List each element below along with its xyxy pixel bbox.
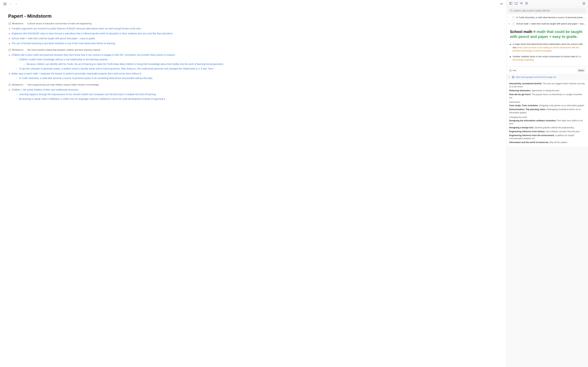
breadcrumb-arrow-2: → [24, 49, 26, 51]
top-bar: ← → ••• [0, 0, 506, 8]
web-line: Demonstration: Trip planning redux. Rede… [509, 108, 585, 114]
doc-icon: 📄 [512, 16, 515, 19]
nav-buttons: ← → [3, 2, 18, 6]
search-input[interactable] [514, 9, 584, 12]
doc-icon: 📄 [512, 22, 515, 25]
nested-list-4: Learning happens through the improvement… [12, 93, 498, 101]
smiley-button[interactable] [582, 1, 586, 5]
bullet-highlight-1: what could be done in the setting of sch… [513, 46, 579, 52]
web-line: Reducing interaction. Approaches to easi… [509, 89, 585, 92]
svg-rect-5 [515, 2, 518, 4]
list-item: School math = math that could be taught … [8, 37, 498, 40]
breadcrumb-icon-2: 📋 [8, 49, 11, 51]
right-panel: › 📄 In Turtle Geometry, a math idea beco… [506, 0, 588, 367]
back-icon: ← [9, 2, 12, 5]
web-card-header[interactable]: ∨ https://www.google.com/search?q=magic … [507, 74, 588, 80]
panel-list-button[interactable] [519, 1, 524, 5]
search-bar[interactable] [509, 8, 586, 13]
breadcrumb-source-1: Mindstorms [12, 22, 23, 25]
svg-point-22 [510, 70, 510, 70]
card-collapsed: › 📄 In Turtle Geometry, a math idea beco… [507, 14, 588, 21]
card-title: School math = math that could be taught … [516, 22, 586, 25]
item-link[interactable]: Children fail to learn math and grammar … [12, 53, 176, 56]
svg-rect-3 [509, 2, 510, 4]
web-card-content: Interactivity considered harmful. The us… [507, 80, 588, 147]
list-item: Better way to teach math = empower the l… [8, 72, 498, 80]
section-1: 📋 Mindstorms → Cultural issues of educat… [8, 22, 498, 45]
bullet-1: ▶ A major factor that determined what ma… [510, 42, 585, 52]
forward-icon: → [15, 2, 17, 5]
breadcrumb-text-2: We need meanful relationship between chi… [27, 49, 100, 51]
item-link[interactable]: Children couldn't learn knowledge withou… [19, 58, 108, 61]
card-title: In Turtle Geometry, a math idea become a… [516, 16, 586, 19]
web-line: Interactivity considered harmful. The us… [509, 82, 585, 89]
web-url: https://www.google.com/search?q=magic in… [516, 76, 556, 78]
item-link[interactable]: Because children can identify with the T… [26, 63, 224, 66]
list-item: The use of formal reasoning to put down … [8, 42, 498, 45]
bullet-text-2: Another mathetic factor in the social co… [513, 55, 585, 61]
item-link[interactable]: School math = math that could be taught … [12, 37, 95, 40]
card-header[interactable]: › 📄 In Turtle Geometry, a math idea beco… [507, 14, 588, 20]
web-line: Designing a design tool. Dynamic graphic… [509, 126, 585, 129]
panel-sidebar-button[interactable] [509, 1, 513, 5]
forward-button[interactable]: → [14, 2, 18, 6]
web-line: Engineering inference from the environme… [509, 134, 585, 140]
info-label: Info [513, 69, 516, 72]
card-expanded-body: School math = math that could be taught … [507, 27, 588, 67]
breadcrumb-source-2: Mindstorms [12, 49, 23, 51]
panel-clock-button[interactable] [525, 1, 529, 5]
section-2: 📋 Mindstorms → We need meanful relations… [8, 49, 498, 80]
card-expanded: ∨ 📄 School math = math that could be tau… [507, 21, 588, 67]
sidebar-toggle-button[interactable] [3, 2, 7, 6]
info-icon [509, 69, 512, 72]
panel-monitor-button[interactable] [514, 1, 519, 5]
section-1-list: Complex arguments are invented to justif… [8, 27, 498, 45]
list-item: Complex arguments are invented to justif… [8, 27, 498, 30]
nested-list-1: Children couldn't learn knowledge withou… [12, 58, 498, 70]
item-link[interactable]: In Turtle Geometry, a math idea become a… [19, 77, 153, 80]
breadcrumb-2: 📋 Mindstorms → We need meanful relations… [8, 49, 498, 51]
list-item: Because children can identify with the T… [23, 62, 498, 66]
svg-point-18 [511, 10, 512, 11]
breadcrumb-text-1: Cultural issues of education and the fea… [27, 22, 92, 25]
nested-list-3: In Turtle Geometry, a math idea become a… [12, 76, 498, 80]
nested-list-2: Because children can identify with the T… [19, 62, 498, 66]
item-link[interactable]: By learning to speak math in Mathland, a… [19, 98, 166, 100]
web-section-header: Changing the world [509, 116, 585, 118]
item-link[interactable]: Complex arguments are invented to justif… [12, 27, 141, 30]
item-link[interactable]: Learning happens through the improvement… [19, 93, 156, 96]
list-item: In Turtle Geometry, a math idea become a… [16, 76, 498, 80]
item-link[interactable]: To get the computer to generate poetry, … [19, 67, 215, 70]
chevron-down-icon: ∨ [509, 23, 510, 25]
web-section-header: Intermission [509, 101, 585, 103]
more-button[interactable]: ••• [499, 2, 504, 6]
page-title: Papert - Mindstorm [8, 13, 498, 19]
svg-rect-0 [3, 3, 7, 3]
back-button[interactable]: ← [9, 2, 13, 6]
list-item: Children fail to learn math and grammar … [8, 53, 498, 70]
item-link[interactable]: Better way to teach math = empower the l… [12, 72, 142, 75]
show-button[interactable]: Show [577, 69, 585, 72]
web-line: Case study: Train schedules. Designing a… [509, 104, 585, 107]
item-link[interactable]: The use of formal reasoning to put down … [12, 42, 116, 45]
item-link[interactable]: Engineers who find BASIC easy to learn f… [12, 32, 173, 35]
card-expanded-header[interactable]: ∨ 📄 School math = math that could be tau… [507, 21, 588, 27]
breadcrumb-arrow-3: → [24, 83, 26, 86]
web-line: Designing the information software revol… [509, 119, 585, 125]
triangle-icon: ▶ [510, 43, 511, 46]
svg-line-14 [527, 3, 527, 4]
bullet-text-1: A major factor that determined what math… [513, 42, 585, 52]
svg-line-19 [512, 11, 513, 12]
chevron-down-icon: ∨ [509, 76, 510, 78]
section-2-list: Children fail to learn math and grammar … [8, 53, 498, 80]
item-link[interactable]: Children = the active builders of their … [12, 88, 79, 91]
right-icons [509, 1, 529, 5]
breadcrumb-source-3: Mindstorms [12, 83, 23, 86]
web-card: ∨ https://www.google.com/search?q=magic … [507, 74, 588, 147]
breadcrumb-3: 📋 Mindstorms → How programming can help … [8, 83, 498, 86]
card-expanded-title: School math = math that could be taught … [510, 29, 585, 39]
list-item: Learning happens through the improvement… [16, 93, 498, 96]
svg-rect-4 [510, 2, 512, 4]
bullet-2: ▶ Another mathetic factor in the social … [510, 55, 585, 61]
web-line: How did we get here? The popular focus o… [509, 93, 585, 100]
